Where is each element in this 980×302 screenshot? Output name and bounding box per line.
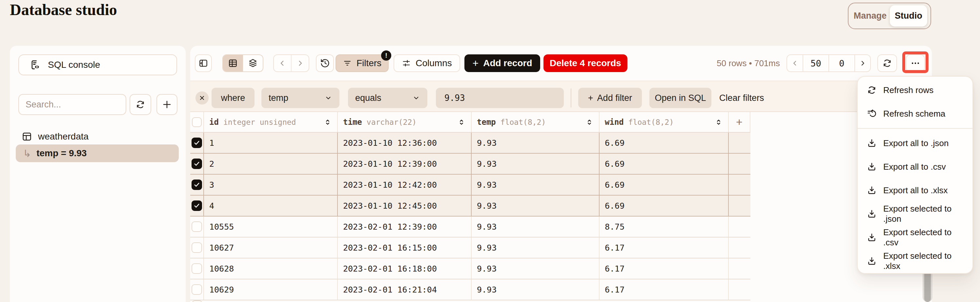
- menu-item-refresh-schema[interactable]: Refresh schema: [858, 102, 972, 125]
- cell-wind[interactable]: 6.17: [600, 280, 729, 300]
- cell-time[interactable]: 2023-01-10 12:45:00: [338, 196, 472, 216]
- cell-wind[interactable]: 6.17: [600, 237, 729, 258]
- cell-temp[interactable]: 9.93: [472, 153, 600, 174]
- mode-toggle-studio[interactable]: Studio: [890, 5, 927, 27]
- filter-operator-select[interactable]: equals: [348, 88, 427, 108]
- column-header-time[interactable]: time varchar(22): [338, 112, 472, 132]
- menu-item-export-all-json[interactable]: Export all to .json: [858, 131, 972, 155]
- menu-item-export-selected-json[interactable]: Export selected to .json: [858, 202, 972, 226]
- cell-id[interactable]: 2: [204, 153, 338, 174]
- sort-icon[interactable]: [457, 118, 466, 126]
- refresh-schema-icon: [867, 109, 877, 119]
- cell-id[interactable]: 4: [204, 196, 338, 216]
- cell-temp[interactable]: 9.93: [472, 280, 600, 300]
- menu-item-refresh-rows[interactable]: Refresh rows: [858, 78, 972, 102]
- column-header-id[interactable]: id integer unsigned: [204, 112, 338, 132]
- next-page-button[interactable]: [855, 55, 870, 71]
- cell-time[interactable]: 2023-02-01 16:18:00: [338, 258, 472, 279]
- cell-time[interactable]: 2023-01-10 12:39:00: [338, 153, 472, 174]
- cell-time[interactable]: 2023-02-01 12:39:00: [338, 217, 472, 237]
- history-button[interactable]: [316, 54, 334, 72]
- menu-item-export-selected-csv[interactable]: Export selected to .csv: [858, 226, 972, 249]
- forward-button[interactable]: [291, 55, 309, 71]
- columns-button[interactable]: Columns: [394, 54, 460, 72]
- download-icon: [867, 256, 877, 266]
- cell-temp[interactable]: 9.93: [472, 175, 600, 195]
- sort-icon[interactable]: [714, 118, 723, 126]
- filter-column-select[interactable]: temp: [261, 88, 339, 108]
- filter-operator-value: equals: [355, 93, 382, 103]
- page-size-input[interactable]: 50: [803, 55, 829, 71]
- layers-view-button[interactable]: [243, 55, 263, 71]
- row-checkbox[interactable]: [191, 201, 202, 211]
- menu-item-export-all-csv[interactable]: Export all to .csv: [858, 155, 972, 179]
- column-header-temp[interactable]: temp float(8,2): [472, 112, 600, 132]
- sidebar-toggle-button[interactable]: [195, 54, 212, 72]
- row-checkbox[interactable]: [191, 263, 202, 274]
- cell-wind[interactable]: 6.69: [600, 133, 729, 153]
- table-row: 10555 2023-02-01 12:39:00 9.93 8.75: [190, 217, 751, 237]
- cell-id[interactable]: 10627: [204, 237, 338, 258]
- sort-icon[interactable]: [323, 118, 332, 126]
- cell-id[interactable]: 1: [204, 133, 338, 153]
- page-offset-input[interactable]: 0: [829, 55, 855, 71]
- active-filter-label: temp = 9.93: [37, 148, 87, 158]
- sql-console-button[interactable]: SQL console: [18, 54, 177, 75]
- cell-temp[interactable]: 9.93: [472, 133, 600, 153]
- plus-icon: +: [588, 93, 593, 103]
- menu-item-label: Export selected to .json: [883, 204, 963, 224]
- close-icon: [199, 95, 205, 101]
- cell-time[interactable]: 2023-01-10 12:36:00: [338, 133, 472, 153]
- column-name: time: [343, 118, 362, 127]
- remove-filter-button[interactable]: [196, 92, 208, 104]
- cell-wind[interactable]: 6.69: [600, 196, 729, 216]
- column-header-wind[interactable]: wind float(8,2): [600, 112, 729, 132]
- cell-id[interactable]: 10628: [204, 258, 338, 279]
- sidebar-item-weatherdata[interactable]: weatherdata: [22, 130, 89, 144]
- clear-filters-button[interactable]: Clear filters: [719, 88, 764, 108]
- sort-icon[interactable]: [585, 118, 593, 126]
- cell-temp[interactable]: 9.93: [472, 258, 600, 279]
- sidebar: SQL console weatherdata: [10, 46, 186, 302]
- add-record-button[interactable]: + Add record: [465, 54, 540, 72]
- add-column-button[interactable]: +: [729, 112, 751, 132]
- sidebar-item-active-filter[interactable]: ↳ temp = 9.93: [16, 144, 179, 162]
- row-checkbox[interactable]: [191, 242, 202, 253]
- refresh-rows-button[interactable]: [877, 54, 897, 72]
- cell-wind[interactable]: 6.69: [600, 175, 729, 195]
- sidebar-add-button[interactable]: [156, 94, 177, 115]
- table-row: 10628 2023-02-01 16:18:00 9.93 6.17: [190, 258, 751, 280]
- row-checkbox[interactable]: [191, 158, 202, 169]
- row-checkbox[interactable]: [191, 138, 202, 148]
- cell-temp[interactable]: 9.93: [472, 196, 600, 216]
- cell-id[interactable]: 10629: [204, 280, 338, 300]
- back-button[interactable]: [274, 55, 291, 71]
- filter-value-input[interactable]: [436, 88, 564, 108]
- open-in-sql-button[interactable]: Open in SQL: [649, 88, 711, 108]
- row-checkbox[interactable]: [191, 284, 202, 295]
- search-input[interactable]: [25, 100, 142, 110]
- cell-temp[interactable]: 9.93: [472, 217, 600, 237]
- cell-time[interactable]: 2023-01-10 12:42:00: [338, 175, 472, 195]
- filters-button[interactable]: Filters !: [336, 54, 389, 72]
- mode-toggle-manage[interactable]: Manage: [850, 11, 890, 21]
- cell-wind[interactable]: 6.17: [600, 258, 729, 279]
- sidebar-refresh-button[interactable]: [130, 94, 151, 115]
- table-view-button[interactable]: [223, 55, 243, 71]
- cell-id[interactable]: 10555: [204, 217, 338, 237]
- add-filter-button[interactable]: + Add filter: [578, 88, 642, 108]
- cell-wind[interactable]: 8.75: [600, 217, 729, 237]
- cell-id[interactable]: 3: [204, 175, 338, 195]
- cell-time[interactable]: 2023-02-01 16:15:00: [338, 237, 472, 258]
- prev-page-button[interactable]: [787, 55, 803, 71]
- select-all-checkbox[interactable]: [192, 117, 202, 127]
- cell-temp[interactable]: 9.93: [472, 237, 600, 258]
- row-checkbox[interactable]: [191, 221, 202, 232]
- menu-item-export-all-xlsx[interactable]: Export all to .xlsx: [858, 179, 972, 202]
- delete-records-button[interactable]: Delete 4 records: [544, 54, 627, 72]
- row-checkbox[interactable]: [191, 180, 202, 190]
- cell-wind[interactable]: 6.69: [600, 153, 729, 174]
- cell-time[interactable]: 2023-02-01 16:21:04: [338, 280, 472, 300]
- row-checkbox-cell: [190, 175, 204, 195]
- menu-item-export-selected-xlsx[interactable]: Export selected to .xlsx: [858, 249, 972, 273]
